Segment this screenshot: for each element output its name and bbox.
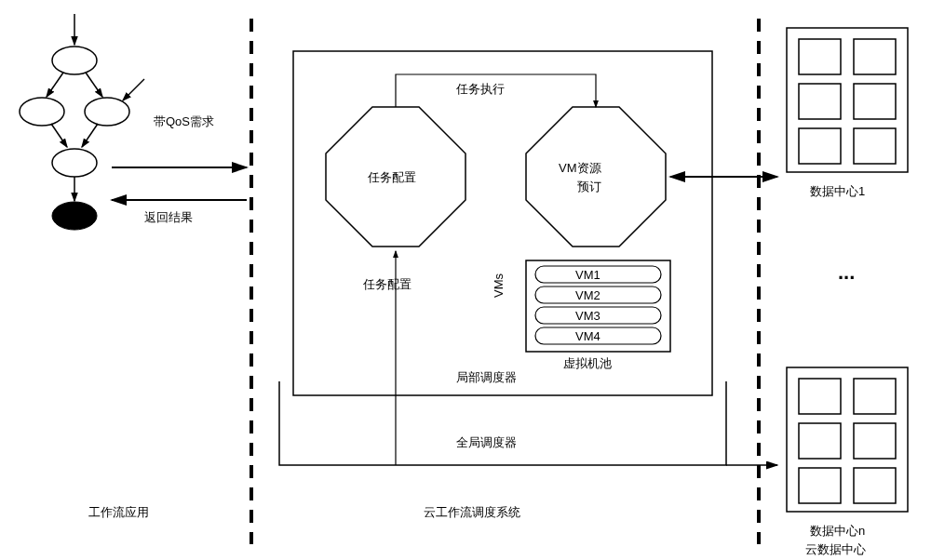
architecture-diagram: 带QoS需求 返回结果 工作流应用 全局调度器 局部调度器 任务执行 任务配置 … <box>0 0 931 560</box>
svg-rect-22 <box>854 379 896 414</box>
ellipsis: ... <box>838 260 855 284</box>
svg-rect-19 <box>854 128 896 164</box>
center-section-label: 云工作流调度系统 <box>424 505 520 519</box>
svg-rect-26 <box>854 468 896 503</box>
vm-res-top: VM资源 <box>559 161 601 175</box>
vm3-label: VM3 <box>575 309 600 323</box>
task-config-label: 任务配置 <box>367 170 416 184</box>
right-section-label: 云数据中心 <box>805 542 866 556</box>
svg-rect-25 <box>799 468 841 503</box>
vms-label: VMs <box>492 273 506 299</box>
vm1-label: VM1 <box>575 268 600 282</box>
dcn-label: 数据中心n <box>810 524 865 538</box>
result-label: 返回结果 <box>144 210 193 224</box>
vm-pool-label: 虚拟机池 <box>563 356 612 370</box>
datacenter-1 <box>787 28 908 172</box>
svg-point-5 <box>20 98 64 126</box>
global-scheduler-label: 全局调度器 <box>456 435 517 449</box>
vm-res-bottom: 预订 <box>577 180 601 193</box>
svg-line-7 <box>51 124 67 147</box>
vm4-label: VM4 <box>575 329 600 343</box>
svg-point-1 <box>52 47 97 74</box>
svg-line-2 <box>47 73 63 97</box>
qos-label: 带QoS需求 <box>154 114 214 128</box>
svg-rect-24 <box>854 423 896 459</box>
local-scheduler-label: 局部调度器 <box>456 370 517 384</box>
svg-rect-18 <box>799 128 841 164</box>
datacenter-n <box>787 367 908 512</box>
svg-rect-15 <box>854 39 896 74</box>
vm2-label: VM2 <box>575 288 600 302</box>
svg-line-8 <box>82 124 98 147</box>
svg-rect-23 <box>799 423 841 459</box>
svg-point-11 <box>52 202 97 230</box>
svg-line-4 <box>123 79 144 100</box>
dc1-label: 数据中心1 <box>810 184 865 198</box>
svg-point-6 <box>85 98 129 126</box>
left-section-label: 工作流应用 <box>88 505 149 519</box>
workflow-dag <box>20 14 144 230</box>
svg-line-3 <box>86 73 102 97</box>
svg-point-9 <box>52 149 97 177</box>
task-exec-label: 任务执行 <box>455 82 505 96</box>
svg-rect-21 <box>799 379 841 414</box>
svg-rect-14 <box>799 39 841 74</box>
svg-rect-17 <box>854 84 896 119</box>
task-config-label-2: 任务配置 <box>362 277 412 291</box>
svg-rect-16 <box>799 84 841 119</box>
